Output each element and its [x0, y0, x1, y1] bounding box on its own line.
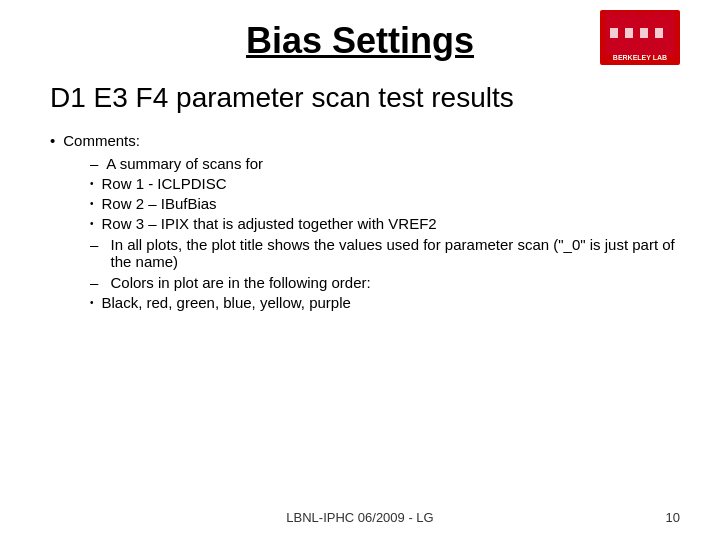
svg-rect-13 — [653, 12, 662, 20]
dash-marker-3: – — [90, 274, 103, 291]
page-title: Bias Settings — [40, 20, 680, 62]
berkeley-lab-logo: BERKELEY LAB — [600, 10, 680, 65]
footer: LBNL-IPHC 06/2009 - LG — [0, 510, 720, 525]
dash-item-3: – Colors in plot are in the following or… — [90, 274, 680, 291]
sub-bullet-marker-1-3: • — [90, 218, 94, 229]
page-number: 10 — [666, 510, 680, 525]
svg-rect-18 — [655, 28, 663, 38]
dash-item-1: – A summary of scans for — [90, 155, 680, 172]
slide-container: Bias Settings — [0, 0, 720, 540]
sub-bullet-text-1-3: Row 3 – IPIX that is adjusted together w… — [102, 215, 437, 232]
bullet-marker: • — [50, 132, 55, 149]
svg-rect-9 — [605, 12, 614, 20]
svg-rect-16 — [625, 28, 633, 38]
svg-rect-14 — [665, 12, 674, 20]
sub-bullet-marker-3-1: • — [90, 297, 94, 308]
sub-bullet-1-2: • Row 2 – IBufBias — [90, 195, 680, 212]
sub-bullet-3-1: • Black, red, green, blue, yellow, purpl… — [90, 294, 680, 311]
svg-rect-17 — [640, 28, 648, 38]
content-area: • Comments: – A summary of scans for • R… — [40, 132, 680, 311]
sub-bullet-1-3: • Row 3 – IPIX that is adjusted together… — [90, 215, 680, 232]
svg-text:BERKELEY LAB: BERKELEY LAB — [613, 54, 667, 61]
comments-bullet: • Comments: — [50, 132, 680, 149]
svg-rect-12 — [641, 12, 650, 20]
sub-bullet-text-3-1: Black, red, green, blue, yellow, purple — [102, 294, 351, 311]
sub-bullet-1-1: • Row 1 - ICLPDISC — [90, 175, 680, 192]
dash-item-2: – In all plots, the plot title shows the… — [90, 236, 680, 270]
sub-bullet-text-1-1: Row 1 - ICLPDISC — [102, 175, 227, 192]
svg-rect-10 — [617, 12, 626, 20]
svg-rect-15 — [610, 28, 618, 38]
dash-text-3: Colors in plot are in the following orde… — [111, 274, 371, 291]
comments-label: Comments: — [63, 132, 140, 149]
dash-marker-2: – — [90, 236, 103, 253]
sub-bullet-marker-1-2: • — [90, 198, 94, 209]
dash-text-1: A summary of scans for — [106, 155, 263, 172]
subtitle: D1 E3 F4 parameter scan test results — [40, 82, 680, 114]
header: Bias Settings — [40, 10, 680, 62]
svg-rect-11 — [629, 12, 638, 20]
footer-citation: LBNL-IPHC 06/2009 - LG — [286, 510, 433, 525]
sub-bullet-text-1-2: Row 2 – IBufBias — [102, 195, 217, 212]
dash-marker-1: – — [90, 155, 98, 172]
dash-text-2: In all plots, the plot title shows the v… — [111, 236, 680, 270]
sub-bullet-marker-1-1: • — [90, 178, 94, 189]
